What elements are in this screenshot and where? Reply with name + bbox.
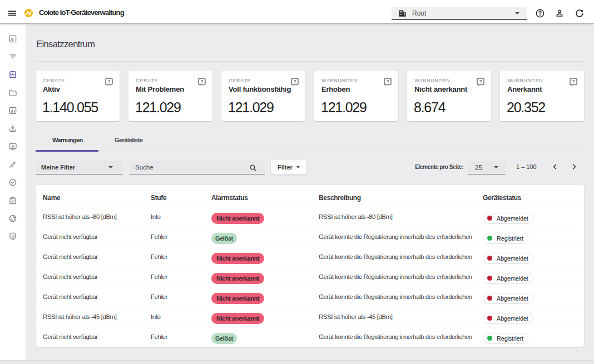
svg-text:?: ? xyxy=(200,79,203,84)
svg-text:?: ? xyxy=(293,79,296,84)
svg-text:?: ? xyxy=(572,79,575,84)
svg-text:?: ? xyxy=(386,79,389,84)
svg-text:?: ? xyxy=(107,79,110,84)
svg-text:?: ? xyxy=(479,79,482,84)
